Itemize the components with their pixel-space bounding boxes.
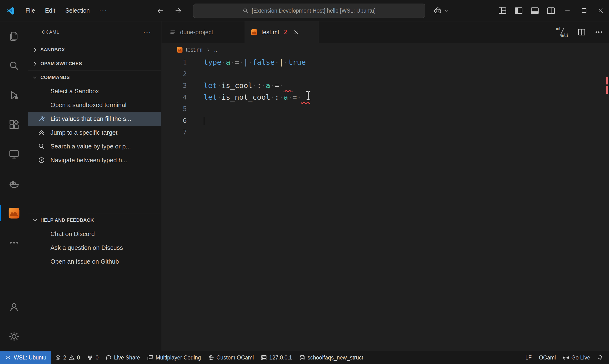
tab-test-ml[interactable]: test.ml2 xyxy=(245,21,319,43)
status-eol[interactable]: LF xyxy=(522,351,535,364)
tree-item-chat-on-discord[interactable]: Chat on Discord xyxy=(28,227,161,241)
tab-close-button[interactable] xyxy=(293,29,299,35)
code-line-3[interactable]: 3let·is_cool·:·a·=· xyxy=(162,80,606,91)
overview-ruler-error-mark xyxy=(606,86,608,94)
status-problems[interactable]: 20 xyxy=(52,351,84,364)
activity-item-extensions[interactable] xyxy=(0,110,28,139)
status-text: 0 xyxy=(77,354,80,361)
tree-item-jump-to-a-specific-target[interactable]: Jump to a specific target xyxy=(28,126,161,139)
breadcrumb-symbol[interactable]: ... xyxy=(214,46,219,53)
activity-item-ocaml-platform[interactable] xyxy=(0,198,28,228)
status-server-address[interactable]: 127.0.0.1 xyxy=(257,351,296,364)
forward-button[interactable] xyxy=(175,7,182,14)
gear-icon xyxy=(9,331,19,342)
section-help-and-feedback[interactable]: HELP AND FEEDBACK xyxy=(28,213,161,227)
code-line-4[interactable]: 4let·is_not_cool·:·a·=· xyxy=(162,91,606,103)
status-language-mode[interactable]: OCaml xyxy=(535,351,559,364)
minimize-icon xyxy=(564,7,571,14)
tree-item-open-a-sandboxed-terminal[interactable]: Open a sandboxed terminal xyxy=(28,98,161,112)
close-button[interactable] xyxy=(592,0,609,21)
window-title: [Extension Development Host] hello [WSL:… xyxy=(252,8,376,14)
code-line-1[interactable]: 1type·a·=·|·false·|·true xyxy=(162,56,606,68)
activity-item-run-and-debug[interactable] xyxy=(0,80,28,110)
error-icon xyxy=(55,355,61,361)
status-live-share[interactable]: Live Share xyxy=(102,351,144,364)
status-text: Custom OCaml xyxy=(217,354,254,361)
ocaml-icon xyxy=(251,29,257,36)
activity-item-search[interactable] xyxy=(0,51,28,80)
account-icon xyxy=(9,302,19,312)
editor-more-actions-button[interactable] xyxy=(595,28,603,36)
window-icon xyxy=(147,355,153,361)
line-content xyxy=(187,68,204,80)
live-share-icon xyxy=(106,355,112,361)
docker-icon xyxy=(9,178,19,189)
layout-panel-button[interactable] xyxy=(531,6,539,15)
code-line-5[interactable]: 5 xyxy=(162,103,606,115)
line-number: 6 xyxy=(162,115,187,126)
warning-icon xyxy=(69,355,75,361)
code-line-2[interactable]: 2 xyxy=(162,68,606,80)
tree-item-ask-a-question-on-discuss[interactable]: Ask a question on Discuss xyxy=(28,241,161,255)
menu-file[interactable]: File xyxy=(20,4,40,18)
section-commands[interactable]: COMMANDS xyxy=(28,70,161,84)
error-squiggle xyxy=(284,81,292,90)
editor-code-area[interactable]: 1type·a·=·|·false·|·true23let·is_cool·:·… xyxy=(162,56,606,351)
ocaml-icon xyxy=(8,208,20,219)
activity-item-settings[interactable] xyxy=(0,322,28,351)
window-controls xyxy=(559,0,609,21)
activity-item-more-views[interactable] xyxy=(0,228,28,257)
layout-button[interactable] xyxy=(498,6,507,15)
tree-item-search-a-value-by-type-or-p[interactable]: Search a value by type or p... xyxy=(28,139,161,153)
code-line-6[interactable]: 6 xyxy=(162,115,606,126)
tree-item-label: Chat on Discord xyxy=(51,230,95,238)
split-editor-button[interactable] xyxy=(578,28,586,36)
search-icon xyxy=(243,8,248,13)
chevron-down-icon xyxy=(32,218,38,223)
status-text: Go Live xyxy=(571,354,590,361)
radio-tower-icon xyxy=(87,355,93,361)
overview-ruler-error-mark xyxy=(606,77,608,84)
menu-selection[interactable]: Selection xyxy=(60,4,95,18)
tab-label: dune-project xyxy=(180,29,213,36)
status-notifications[interactable] xyxy=(594,351,609,364)
tree-item-select-a-sandbox[interactable]: Select a Sandbox xyxy=(28,84,161,98)
breadcrumb: test.ml ... xyxy=(162,43,609,56)
back-button[interactable] xyxy=(156,7,164,14)
tree-item-navigate-between-typed-h[interactable]: Navigate between typed h... xyxy=(28,153,161,167)
sidebar-more-actions-button[interactable]: ··· xyxy=(143,31,152,33)
status-multiplayer-coding[interactable]: Multiplayer Coding xyxy=(144,351,204,364)
ml-mli-switch-button[interactable]: ml mli xyxy=(556,26,569,38)
activity-item-accounts[interactable] xyxy=(0,292,28,322)
code-line-7[interactable]: 7 xyxy=(162,126,606,138)
status-ports[interactable]: 0 xyxy=(83,351,102,364)
layout-sidebar-right-button[interactable] xyxy=(547,6,555,15)
sidebar-header: OCAML ··· xyxy=(28,21,161,43)
status-custom-ocaml[interactable]: Custom OCaml xyxy=(205,351,257,364)
section-sandbox[interactable]: SANDBOX xyxy=(28,43,161,57)
tab-dune-project[interactable]: dune-project xyxy=(162,21,245,43)
status-database[interactable]: schoolfaqs_new_struct xyxy=(296,351,367,364)
chevron-right-icon xyxy=(32,61,38,67)
tree-item-open-an-issue-on-github[interactable]: Open an issue on Github xyxy=(28,255,161,268)
command-center[interactable]: [Extension Development Host] hello [WSL:… xyxy=(193,4,425,18)
breadcrumb-file[interactable]: test.ml xyxy=(186,46,203,53)
tree-item-label: List values that can fill the s... xyxy=(51,115,131,123)
minimize-button[interactable] xyxy=(559,0,576,21)
activity-item-docker[interactable] xyxy=(0,169,28,198)
chevron-down-icon xyxy=(32,75,38,80)
activity-item-remote-explorer[interactable] xyxy=(0,139,28,169)
tree-item-label: Ask a question on Discuss xyxy=(51,244,123,251)
maximize-button[interactable] xyxy=(576,0,592,21)
layout-sidebar-left-button[interactable] xyxy=(514,6,523,15)
server-icon xyxy=(261,355,267,361)
tree-item-list-values-that-can-fill-the-s[interactable]: List values that can fill the s... xyxy=(28,112,161,126)
copilot-menu[interactable] xyxy=(433,0,449,21)
activity-item-explorer[interactable] xyxy=(0,21,28,51)
section-opam-switches[interactable]: OPAM SWITCHES xyxy=(28,57,161,70)
status-go-live[interactable]: Go Live xyxy=(559,351,594,364)
status-remote[interactable]: WSL: Ubuntu xyxy=(0,351,52,364)
menu-edit[interactable]: Edit xyxy=(40,4,60,18)
line-number: 3 xyxy=(162,80,187,91)
menu-more-button[interactable]: ··· xyxy=(95,7,112,14)
